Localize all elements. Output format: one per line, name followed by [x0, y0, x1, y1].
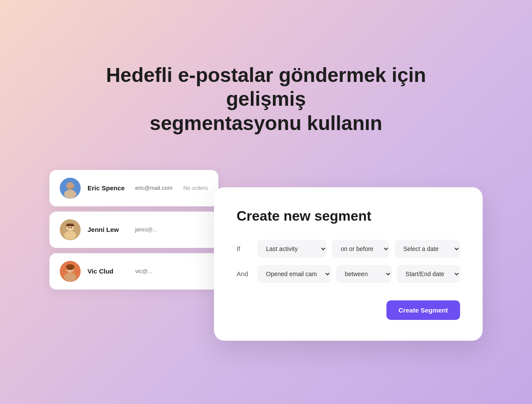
contact-info-eric: Eric Spence eric@mail.com No orders — [88, 184, 208, 192]
activity-select[interactable]: Last activity — [257, 240, 327, 258]
and-condition-row: And Opened email cam... between Start/En… — [237, 265, 460, 283]
contact-info-jenni: Jenni Lew jenni@... — [88, 226, 208, 233]
date-select-1[interactable]: Select a date — [395, 240, 460, 258]
content-area: Eric Spence eric@mail.com No orders — [28, 161, 504, 341]
contact-email-eric: eric@mail.com — [135, 185, 172, 191]
svg-point-12 — [68, 268, 70, 270]
page-title: Hedefli e-postalar göndermek için gelişm… — [93, 63, 439, 135]
cards-stack: Eric Spence eric@mail.com No orders — [49, 170, 231, 290]
create-segment-button[interactable]: Create Segment — [386, 300, 460, 320]
contact-name-vic: Vic Clud — [88, 267, 127, 275]
contact-info-vic: Vic Clud vic@... — [88, 267, 208, 275]
contact-name-jenni: Jenni Lew — [88, 226, 127, 233]
svg-point-7 — [68, 227, 70, 228]
svg-point-6 — [64, 231, 76, 240]
avatar-eric — [60, 178, 81, 199]
campaign-select[interactable]: Opened email cam... — [257, 265, 331, 283]
contact-email-vic: vic@... — [135, 268, 152, 274]
segment-modal: Create new segment If Last activity on o… — [214, 187, 483, 341]
modal-title: Create new segment — [237, 208, 460, 224]
svg-point-13 — [71, 268, 72, 270]
contact-email-jenni: jenni@... — [135, 226, 158, 233]
page-wrapper: Hedefli e-postalar göndermek için gelişm… — [0, 0, 532, 404]
contact-card-vic: Vic Clud vic@... — [49, 253, 218, 290]
svg-point-2 — [64, 190, 76, 199]
contact-card-jenni: Jenni Lew jenni@... — [49, 212, 218, 248]
if-label: If — [237, 245, 252, 252]
contact-name-eric: Eric Spence — [88, 184, 127, 192]
contact-status-eric: No orders — [183, 185, 208, 191]
operator-select-2[interactable]: between — [336, 265, 392, 283]
operator-select-1[interactable]: on or before — [332, 240, 389, 258]
and-label: And — [237, 270, 252, 277]
svg-point-8 — [71, 227, 72, 228]
avatar-jenni — [60, 219, 81, 240]
contact-card-eric: Eric Spence eric@mail.com No orders — [49, 170, 218, 206]
date-select-2[interactable]: Start/End date — [397, 265, 460, 283]
svg-point-11 — [64, 273, 76, 281]
avatar-vic — [60, 261, 81, 282]
if-condition-row: If Last activity on or before Select a d… — [237, 240, 460, 258]
